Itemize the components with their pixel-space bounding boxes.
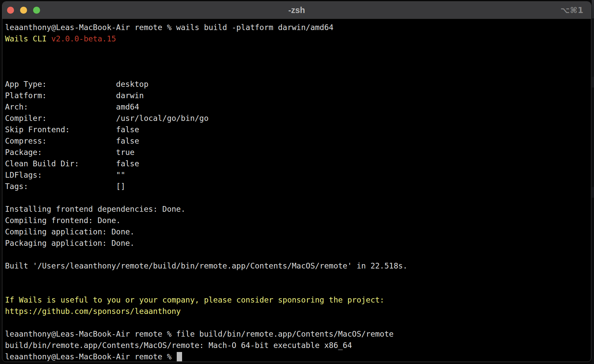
minimize-button[interactable] [20,7,27,14]
terminal-line [5,317,588,328]
terminal-line: Tags: [] [5,181,588,192]
terminal-line: Package: true [5,147,588,158]
terminal-text-segment: Built '/Users/leaanthony/remote/build/bi… [5,261,408,270]
terminal-line: Arch: amd64 [5,101,588,113]
terminal-text-segment: Installing frontend dependencies: Done. [5,205,185,213]
terminal-line: If Wails is useful to you or your compan… [5,294,588,306]
terminal-text-segment: leaanthony@Leas-MacBook-Air remote % [5,352,176,361]
terminal-text-segment: https://github.com/sponsors/leaanthony [5,307,181,316]
window-shortcut-badge: ⌥⌘1 [560,2,584,19]
titlebar[interactable]: -zsh ⌥⌘1 [2,2,591,19]
terminal-line: Packaging application: Done. [5,237,588,249]
terminal-text-segment: Tags: [] [5,182,125,191]
terminal-text-segment: build/bin/remote.app/Contents/MacOS/remo… [5,341,352,350]
terminal-text-segment: Compress: false [5,137,139,145]
terminal-line: Compress: false [5,135,588,147]
terminal-text-segment: Platform: darwin [5,91,144,100]
window-title: -zsh [2,2,591,19]
terminal-text-segment: Packaging application: Done. [5,239,135,247]
terminal-line: leaanthony@Leas-MacBook-Air remote % [5,351,588,362]
terminal-line: Built '/Users/leaanthony/remote/build/bi… [5,260,588,271]
terminal-line: Skip Frontend: false [5,124,588,135]
terminal-line [5,283,588,294]
terminal-text-segment: Clean Build Dir: false [5,159,139,168]
terminal-line: leaanthony@Leas-MacBook-Air remote % fil… [5,328,588,340]
traffic-lights [7,2,40,19]
terminal-text-segment: Skip Frontend: false [5,125,139,134]
terminal-text-segment: Compiling frontend: Done. [5,216,121,225]
terminal-line: Compiling frontend: Done. [5,215,588,226]
terminal-line: Clean Build Dir: false [5,158,588,169]
terminal-text-segment: leaanthony@Leas-MacBook-Air remote % wai… [5,23,333,32]
terminal-line [5,67,588,78]
terminal-text-segment: leaanthony@Leas-MacBook-Air remote % fil… [5,330,394,338]
terminal-text-segment: App Type: desktop [5,80,148,88]
terminal-line: App Type: desktop [5,78,588,90]
terminal-line: build/bin/remote.app/Contents/MacOS/remo… [5,340,588,351]
terminal-line [5,271,588,283]
terminal-text-segment: Compiler: /usr/local/go/bin/go [5,114,208,123]
terminal-line: Installing frontend dependencies: Done. [5,203,588,215]
terminal-window: -zsh ⌥⌘1 leaanthony@Leas-MacBook-Air rem… [2,1,591,362]
zoom-button[interactable] [33,7,40,14]
background-window-edge [592,0,594,364]
terminal-line [5,56,588,67]
terminal-text-segment: Wails CLI [5,34,51,43]
terminal-line: Compiler: /usr/local/go/bin/go [5,113,588,124]
terminal-text-segment: Package: true [5,148,135,157]
terminal-line [5,44,588,56]
terminal-line: Compiling application: Done. [5,226,588,237]
terminal-text-segment: LDFlags: "" [5,171,125,179]
terminal-line: Platform: darwin [5,90,588,101]
terminal-text-segment: If Wails is useful to you or your compan… [5,296,384,304]
terminal-line: leaanthony@Leas-MacBook-Air remote % wai… [5,22,588,33]
terminal-line: LDFlags: "" [5,169,588,181]
terminal-line: https://github.com/sponsors/leaanthony [5,306,588,317]
terminal-line [5,249,588,260]
terminal-line: Wails CLI v2.0.0-beta.15 [5,33,588,44]
terminal-cursor [177,352,182,361]
terminal-text-segment: Compiling application: Done. [5,227,135,236]
terminal-text-segment: Arch: amd64 [5,103,139,111]
terminal-screen[interactable]: leaanthony@Leas-MacBook-Air remote % wai… [2,19,591,362]
terminal-text-segment: v2.0.0-beta.15 [51,34,116,43]
close-button[interactable] [7,7,14,14]
terminal-line [5,192,588,203]
